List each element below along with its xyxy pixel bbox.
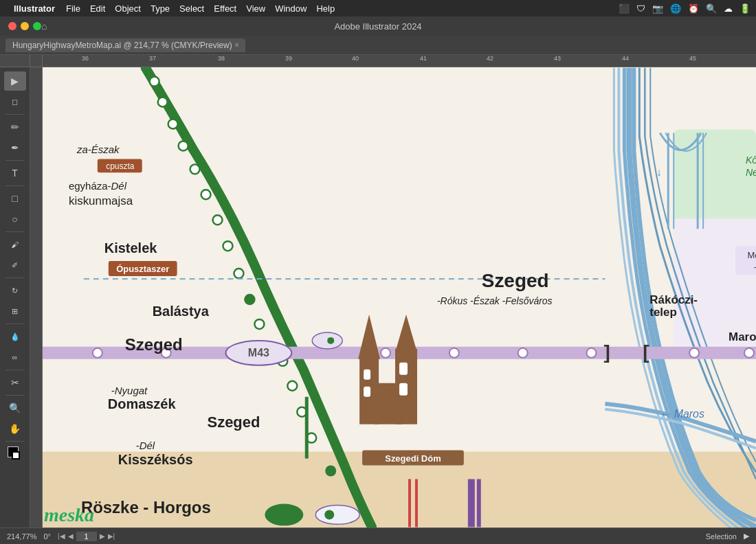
- meska-watermark: meska: [44, 504, 94, 526]
- prev-page-button[interactable]: ◀: [68, 532, 74, 540]
- ruler-mark-39: 39: [285, 55, 292, 62]
- svg-text:-Rókus  -Észak  -Felsőváros: -Rókus -Észak -Felsőváros: [437, 295, 553, 306]
- svg-text:↓: ↓: [656, 166, 662, 178]
- svg-text:kiskunmajsa: kiskunmajsa: [69, 194, 133, 207]
- expand-arrow[interactable]: ▶: [744, 532, 749, 541]
- ellipse-tool[interactable]: ○: [4, 209, 26, 229]
- tool-divider-1: [5, 114, 25, 115]
- menu-window[interactable]: Window: [275, 3, 307, 14]
- last-page-button[interactable]: ▶|: [108, 532, 115, 540]
- svg-text:[: [: [643, 341, 649, 363]
- ruler-mark-37: 37: [149, 55, 156, 62]
- menu-select[interactable]: Select: [179, 3, 204, 14]
- pen-tool[interactable]: ✏: [4, 117, 26, 137]
- svg-point-30: [327, 337, 334, 344]
- svg-point-11: [223, 241, 232, 251]
- svg-point-42: [265, 503, 303, 525]
- svg-text:-Dél: -Dél: [136, 440, 155, 451]
- ruler-mark-42: 42: [487, 55, 493, 62]
- svg-text:Kistelek: Kistelek: [104, 240, 157, 256]
- menu-edit[interactable]: Edit: [90, 3, 105, 14]
- svg-text:egyháza-Dél: egyháza-Dél: [69, 180, 127, 192]
- page-input[interactable]: [76, 532, 97, 541]
- direct-select-tool[interactable]: ◻: [4, 92, 26, 111]
- menu-type[interactable]: Type: [151, 3, 170, 14]
- svg-text:Rákóczi-: Rákóczi-: [649, 293, 698, 306]
- ruler-mark-41: 41: [420, 55, 427, 62]
- svg-point-5: [158, 98, 168, 107]
- minimize-button[interactable]: [21, 22, 29, 30]
- ruler-mark-44: 44: [622, 55, 629, 62]
- pencil-tool[interactable]: ✐: [4, 256, 26, 275]
- svg-point-16: [287, 381, 297, 391]
- first-page-button[interactable]: |◀: [58, 532, 65, 540]
- workspace: ▶ ◻ ✏ ✒ T □ ○ 🖌 ✐ ↻ ⊞ 💧 ∞ ✂ 🔍 ✋: [0, 67, 756, 528]
- curvature-tool[interactable]: ✒: [4, 138, 26, 157]
- menu-effect[interactable]: Effect: [214, 3, 236, 14]
- icon-4: 🌐: [670, 3, 681, 14]
- svg-text:telep: telep: [649, 306, 677, 319]
- menu-help[interactable]: Help: [316, 3, 335, 14]
- canvas[interactable]: ] [ ↓: [43, 67, 756, 528]
- svg-rect-2: [674, 129, 756, 225]
- svg-point-26: [449, 348, 459, 358]
- traffic-lights: [8, 22, 41, 30]
- svg-text:cpuszta: cpuszta: [106, 161, 135, 171]
- svg-text:Szeged: Szeged: [482, 270, 549, 291]
- scale-tool[interactable]: ⊞: [4, 302, 26, 321]
- zoom-level: 214,77%: [7, 532, 36, 541]
- svg-point-25: [381, 348, 390, 358]
- zoom-tool[interactable]: 🔍: [4, 398, 26, 418]
- icon-7: ☁: [724, 3, 733, 14]
- svg-point-4: [150, 77, 159, 87]
- right-icons: ⬛ 🛡 📷 🌐 ⏰ 🔍 ☁ 🔋: [619, 3, 751, 14]
- select-tool[interactable]: ▶: [4, 71, 26, 91]
- tool-divider-4: [5, 231, 25, 232]
- svg-text:Röszke - Horgos: Röszke - Horgos: [81, 498, 211, 517]
- icon-1: ⬛: [619, 3, 630, 14]
- svg-text:Kisszéksós: Kisszéksós: [118, 452, 193, 467]
- menu-view[interactable]: View: [246, 3, 265, 14]
- rectangle-tool[interactable]: □: [4, 189, 26, 208]
- eyedropper-tool[interactable]: 💧: [4, 327, 26, 346]
- ruler-mark-36: 36: [82, 55, 89, 62]
- svg-text:Ópusztaszer: Ópusztaszer: [116, 264, 169, 274]
- tool-divider-5: [5, 277, 25, 278]
- vertical-ruler: [30, 67, 43, 528]
- scissors-tool[interactable]: ✂: [4, 373, 26, 392]
- tab-bar: HungaryHighwayMetroMap.ai @ 214,77 % (CM…: [0, 36, 756, 55]
- svg-text:Szeged: Szeged: [125, 335, 183, 354]
- svg-rect-55: [364, 370, 370, 380]
- svg-text:M43: M43: [248, 347, 269, 359]
- ruler-mark-40: 40: [352, 55, 359, 62]
- status-bar: 214,77% 0° |◀ ◀ ▶ ▶| Selection ▶: [0, 528, 756, 544]
- ruler-mark-43: 43: [554, 55, 561, 62]
- document-tab[interactable]: HungaryHighwayMetroMap.ai @ 214,77 % (CM…: [5, 38, 245, 52]
- svg-text:za-Észak: za-Észak: [76, 144, 120, 155]
- icon-3: 📷: [652, 3, 663, 14]
- tab-close-icon[interactable]: ×: [235, 41, 239, 49]
- menu-file[interactable]: File: [66, 3, 80, 14]
- map-svg: ] [ ↓: [43, 67, 756, 528]
- svg-text:Kő: Kő: [746, 155, 756, 166]
- menu-object[interactable]: Object: [115, 3, 141, 14]
- blend-tool[interactable]: ∞: [4, 348, 26, 367]
- svg-point-12: [234, 269, 243, 278]
- svg-point-8: [190, 164, 200, 174]
- svg-text:]: ]: [603, 341, 610, 363]
- paintbrush-tool[interactable]: 🖌: [4, 235, 26, 254]
- hand-tool[interactable]: ✋: [4, 419, 26, 438]
- rotate-tool[interactable]: ↻: [4, 281, 26, 300]
- type-tool[interactable]: T: [4, 163, 26, 183]
- svg-point-29: [312, 332, 342, 349]
- tool-divider-2: [5, 160, 25, 161]
- close-button[interactable]: [8, 22, 16, 30]
- next-page-button[interactable]: ▶: [100, 532, 105, 540]
- maximize-button[interactable]: [33, 22, 41, 30]
- tool-divider-8: [5, 395, 25, 396]
- fill-stroke[interactable]: [4, 444, 26, 464]
- home-icon[interactable]: ⌂: [41, 21, 47, 32]
- rotation: 0°: [43, 532, 51, 541]
- ruler-mark-45: 45: [689, 55, 696, 62]
- svg-point-10: [213, 215, 223, 225]
